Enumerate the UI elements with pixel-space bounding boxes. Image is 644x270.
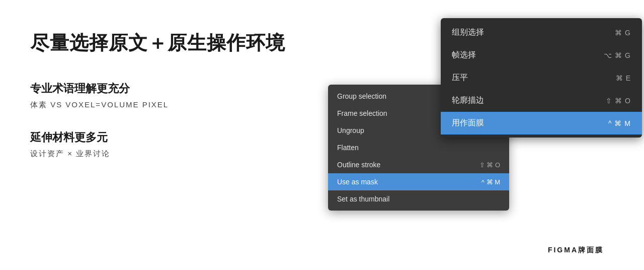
menu-item-shortcut: ⇧ ⌘ O bbox=[606, 97, 631, 105]
menu-item-label: 轮廓描边 bbox=[452, 95, 484, 106]
menu-item-label: Outline stroke bbox=[337, 161, 380, 169]
menu-item-label: Ungroup bbox=[337, 126, 364, 134]
left-content: 尽量选择原文＋原生操作环境 专业术语理解更充分 体素 VS VOXEL=VOLU… bbox=[30, 30, 307, 179]
menu-item-cn[interactable]: 用作面膜^ ⌘ M bbox=[441, 112, 642, 134]
section-1: 专业术语理解更充分 体素 VS VOXEL=VOLUME PIXEL bbox=[30, 81, 307, 110]
menu-item-label: Flatten bbox=[337, 144, 359, 152]
section-2: 延伸材料更多元 设计资产 × 业界讨论 bbox=[30, 130, 307, 159]
section-1-title: 专业术语理解更充分 bbox=[30, 81, 307, 96]
menu-item-en[interactable]: Set as thumbnail bbox=[328, 190, 509, 208]
menu-item-shortcut: ^ ⌘ M bbox=[481, 178, 500, 186]
menu-item-cn[interactable]: 压平⌘ E bbox=[441, 66, 642, 89]
menu-item-cn[interactable]: 轮廓描边⇧ ⌘ O bbox=[441, 89, 642, 112]
section-2-title: 延伸材料更多元 bbox=[30, 130, 307, 145]
menu-item-label: 压平 bbox=[452, 73, 468, 83]
menu-item-label: Frame selection bbox=[337, 109, 387, 117]
menu-item-shortcut: ⌘ E bbox=[616, 74, 631, 82]
menu-item-label: Group selection bbox=[337, 92, 386, 100]
menu-item-label: Set as thumbnail bbox=[337, 195, 389, 203]
menu-item-shortcut: ⇧ ⌘ O bbox=[479, 161, 500, 169]
menu-item-en[interactable]: Outline stroke⇧ ⌘ O bbox=[328, 156, 509, 173]
menu-item-shortcut: ⌘ G bbox=[615, 29, 631, 37]
menu-item-en[interactable]: Flatten bbox=[328, 139, 509, 156]
main-title: 尽量选择原文＋原生操作环境 bbox=[30, 30, 307, 56]
menu-item-label: 用作面膜 bbox=[452, 118, 484, 128]
menu-item-cn[interactable]: 帧选择⌥ ⌘ G bbox=[441, 44, 642, 66]
menu-item-shortcut: ⌥ ⌘ G bbox=[604, 51, 631, 59]
menu-item-label: 组别选择 bbox=[452, 27, 484, 38]
menu-item-label: 帧选择 bbox=[452, 50, 476, 60]
bottom-label: FIGMA牌面膜 bbox=[548, 246, 604, 255]
menu-item-cn[interactable]: 组别选择⌘ G bbox=[441, 21, 642, 44]
menu-item-en[interactable]: Use as mask^ ⌘ M bbox=[328, 173, 509, 190]
section-1-subtitle: 体素 VS VOXEL=VOLUME PIXEL bbox=[30, 100, 307, 110]
section-2-subtitle: 设计资产 × 业界讨论 bbox=[30, 149, 307, 159]
menu-item-label: Use as mask bbox=[337, 178, 378, 186]
context-menu-cn: 组别选择⌘ G帧选择⌥ ⌘ G压平⌘ E轮廓描边⇧ ⌘ O用作面膜^ ⌘ M bbox=[441, 18, 642, 138]
menu-item-shortcut: ^ ⌘ M bbox=[608, 119, 631, 127]
